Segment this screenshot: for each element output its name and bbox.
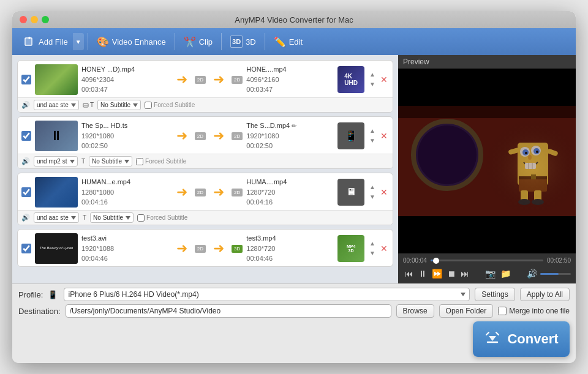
scroll-down-2[interactable]: ▼ [368, 137, 377, 145]
forced-sub-checkbox-1[interactable] [145, 102, 152, 109]
arrow2-1: ➜ [209, 72, 228, 88]
apply-all-button[interactable]: Apply to All [520, 288, 570, 301]
clip-label: Clip [199, 37, 213, 47]
destination-input[interactable] [66, 304, 391, 318]
file-info-1: HONEY ...D).mp4 4096*2304 00:03:47 [81, 64, 169, 95]
output-res-2: 1920*1080 [246, 131, 334, 141]
file-info-2: The Sp... HD.ts 1920*1080 00:02:50 [81, 121, 169, 151]
file-res-1: 4096*2304 [81, 75, 169, 85]
scroll-up-1[interactable]: ▲ [368, 70, 377, 79]
video-enhance-button[interactable]: 🎨 Video Enhance [92, 32, 171, 51]
merge-checkbox[interactable] [498, 307, 507, 315]
file-checkbox-2[interactable] [21, 131, 31, 141]
output-res-3: 1280*720 [246, 187, 334, 198]
2d-badge-out-3: 2D [232, 189, 243, 196]
scroll-down-4[interactable]: ▼ [368, 249, 377, 258]
play-pause-button[interactable]: ⏸ [417, 267, 429, 280]
profile-select[interactable]: iPhone 6 Plus/6 H.264 HD Video(*.mp4) [64, 288, 470, 301]
file-item-4: The Beauty of Lycan test3.avi 1920*1088 … [17, 229, 393, 267]
2d-badge-out-1: 2D [232, 76, 243, 84]
volume-control: 🔊 [525, 267, 571, 280]
remove-file-3[interactable]: ✕ [379, 188, 389, 196]
subtitle-select-3[interactable]: No Subtitle [90, 212, 134, 223]
file-list: HONEY ...D).mp4 4096*2304 00:03:47 ➜ 2D … [12, 55, 398, 283]
progress-track[interactable] [431, 260, 543, 261]
edit-button[interactable]: ✏️ Edit [269, 32, 307, 51]
file-output-4: test3.mp4 1280*720 00:04:46 [246, 233, 334, 264]
item-controls-2: 📱 ▲ ▼ ✕ [337, 122, 389, 149]
volume-fill [540, 273, 559, 275]
arrow2-3: ➜ [209, 184, 228, 200]
volume-icon[interactable]: 🔊 [525, 267, 539, 280]
format-badge-4: MP43D [337, 235, 364, 262]
convert-label: Convert [507, 331, 558, 347]
file-output-2: The S...D.mp4 ✏ 1920*1080 00:02:50 [246, 121, 334, 151]
audio-icon-1: 🔊 [21, 101, 30, 109]
folder-button[interactable]: 📁 [499, 267, 513, 280]
scroll-up-3[interactable]: ▲ [368, 183, 377, 192]
scroll-up-2[interactable]: ▲ [368, 127, 377, 135]
convert-button[interactable]: Convert [473, 321, 570, 357]
minimize-button[interactable] [31, 16, 38, 23]
step-back-button[interactable]: ⏮ [403, 267, 415, 280]
toolbar: Add File ▼ 🎨 Video Enhance ✂️ Clip 3D 3D… [12, 28, 576, 55]
add-file-group: Add File ▼ [18, 32, 84, 51]
output-res-1: 4096*2160 [246, 75, 334, 85]
add-file-button[interactable]: Add File [18, 32, 73, 51]
file-item-bottom-2: 🔊 und mp2 st T No Subtitle Forced Subtit… [18, 154, 393, 168]
file-checkbox-4[interactable] [21, 244, 31, 253]
stop-button[interactable]: ⏹ [445, 267, 458, 280]
2d-badge-in-4: 2D [195, 245, 206, 253]
preview-video [398, 69, 576, 253]
screenshot-button[interactable]: 📷 [483, 267, 497, 280]
file-item: HONEY ...D).mp4 4096*2304 00:03:47 ➜ 2D … [17, 60, 393, 113]
main-content: HONEY ...D).mp4 4096*2304 00:03:47 ➜ 2D … [12, 55, 576, 283]
open-folder-button[interactable]: Open Folder [439, 304, 494, 318]
file-item-top-4: The Beauty of Lycan test3.avi 1920*1088 … [18, 230, 393, 266]
file-name-2: The Sp... HD.ts [81, 121, 169, 131]
step-forward-button[interactable]: ⏭ [459, 267, 471, 280]
audio-icon-2: 🔊 [21, 157, 30, 165]
file-checkbox-1[interactable] [21, 75, 31, 84]
scroll-up-4[interactable]: ▲ [368, 239, 377, 248]
volume-track[interactable] [540, 273, 571, 275]
close-button[interactable] [20, 16, 27, 23]
file-item-bottom-1: 🔊 und aac ste T No Subtitle Forced Subti… [18, 97, 393, 112]
audio-select-2[interactable]: und mp2 st [34, 156, 78, 166]
clip-button[interactable]: ✂️ Clip [179, 32, 217, 51]
output-name-3: HUMA....mp4 [246, 177, 334, 187]
subtitle-select-2[interactable]: No Subtitle [89, 156, 132, 166]
file-thumb-3 [35, 177, 78, 208]
remove-file-1[interactable]: ✕ [379, 75, 389, 84]
file-item-3: HUMAN...e.mp4 1280*1080 00:04:16 ➜ 2D ➜ … [17, 173, 393, 225]
settings-button[interactable]: Settings [475, 288, 514, 301]
progress-handle[interactable] [433, 258, 439, 264]
file-dur-4: 00:04:46 [81, 253, 169, 264]
audio-select-3[interactable]: und aac ste [34, 212, 79, 223]
add-file-dropdown[interactable]: ▼ [73, 33, 84, 50]
2d-badge-in-1: 2D [195, 76, 206, 84]
forced-sub-checkbox-3[interactable] [137, 214, 145, 222]
maximize-button[interactable] [42, 16, 49, 23]
browse-button[interactable]: Browse [396, 304, 434, 318]
scroll-down-1[interactable]: ▼ [368, 80, 377, 89]
remove-file-2[interactable]: ✕ [379, 132, 389, 140]
forced-subtitle-1: Forced Subtitle [145, 102, 195, 109]
forced-sub-checkbox-2[interactable] [136, 158, 143, 165]
scroll-down-3[interactable]: ▼ [368, 193, 377, 201]
file-thumb-2: ⏸ [35, 121, 78, 151]
subtitle-icon-2: T [81, 158, 85, 165]
remove-file-4[interactable]: ✕ [379, 244, 389, 253]
profile-device-icon: 📱 [48, 290, 58, 299]
audio-select-1[interactable]: und aac ste [34, 100, 79, 110]
arrow-4: ➜ [173, 241, 191, 256]
file-info-3: HUMAN...e.mp4 1280*1080 00:04:16 [81, 177, 169, 208]
forced-subtitle-3: Forced Subtitle [137, 214, 187, 222]
subtitle-icon-3: T [83, 214, 86, 221]
file-checkbox-3[interactable] [21, 187, 31, 197]
edit-output-2[interactable]: ✏ [292, 121, 296, 130]
fast-forward-button[interactable]: ⏩ [430, 267, 444, 280]
preview-scene [398, 106, 576, 216]
subtitle-select-1[interactable]: No Subtitle [97, 100, 141, 110]
threed-button[interactable]: 3D 3D [225, 32, 261, 51]
